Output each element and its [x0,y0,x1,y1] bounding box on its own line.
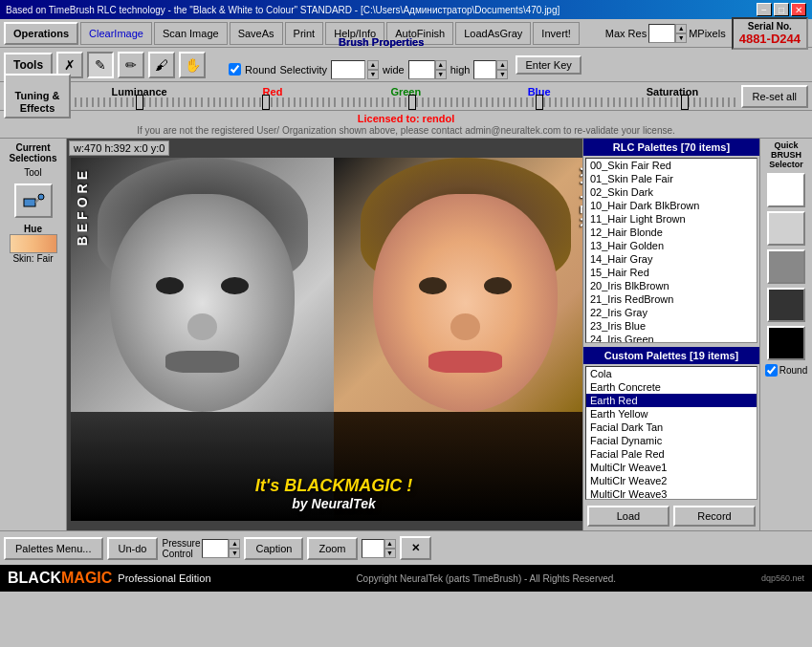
zoom-up[interactable]: ▲ [384,539,396,549]
custom-palette-list[interactable]: ColaEarth ConcreteEarth RedEarth YellowF… [585,366,757,500]
record-palette-button[interactable]: Record [673,506,756,527]
custom-list-item[interactable]: Facial Pale Red [586,447,757,461]
rlc-list-item[interactable]: 23_Iris Blue [586,319,757,333]
custom-palettes-header: Custom Palettes [19 items] [583,347,759,364]
sel-up[interactable]: ▲ [367,60,379,70]
custom-list-item[interactable]: Cola [586,367,757,380]
custom-list-item[interactable]: Facial Dark Tan [586,421,757,434]
saturation-slider[interactable] [607,97,736,107]
serial-number-box: Serial No. 4881-D244 [732,17,808,50]
round-checkbox[interactable] [229,63,241,75]
close-zoom-button[interactable]: ✕ [400,536,431,560]
high-down[interactable]: ▼ [496,70,508,79]
zoom-spinbox[interactable]: ii ▲ ▼ [362,539,396,558]
zoom-button[interactable]: Zoom [307,537,357,560]
title-bar-buttons: − □ ✕ [757,3,806,16]
brush-black[interactable] [767,326,805,360]
current-selections-label: Current Selections [9,142,56,163]
license-name: Licensed to: rendol [358,113,454,124]
tuning-effects-button[interactable]: Tuning & Effects [4,74,71,119]
brush-dark[interactable] [767,288,805,322]
rlc-list-item[interactable]: 22_Iris Gray [586,306,757,319]
zoom-value[interactable]: ii [362,539,384,558]
round-check-input[interactable] [765,364,778,377]
tool-brush[interactable]: ✏ [118,52,144,78]
logo-black-text: BLACK [8,570,61,587]
max-res-down[interactable]: ▼ [675,33,687,43]
luminance-slider[interactable] [75,97,204,107]
rlc-list-item[interactable]: 14_Hair Gray [586,252,757,266]
rlc-palette-list[interactable]: 00_Skin Fair Red01_Skin Pale Fair02_Skin… [585,158,757,343]
custom-list-item[interactable]: MultiClr Weave1 [586,461,757,474]
rlc-list-item[interactable]: 15_Hair Red [586,266,757,279]
operations-menu[interactable]: Operations [4,22,78,45]
pressure-down[interactable]: ▼ [229,549,240,558]
print-button[interactable]: Print [285,22,324,45]
rlc-list-item[interactable]: 20_Iris BlkBrown [586,279,757,292]
custom-list-item[interactable]: MultiClr Weave3 [586,487,757,500]
rlc-list-item[interactable]: 12_Hair Blonde [586,226,757,239]
canvas-image[interactable]: BEFORE AFTER It's BLACKMAGIC ! by Neural… [71,158,582,521]
round-toggle[interactable]: Round [765,364,807,377]
load-as-gray-button[interactable]: LoadAsGray [455,22,531,45]
rlc-list-item[interactable]: 21_Iris RedBrown [586,292,757,306]
wide-down[interactable]: ▼ [435,70,447,79]
minimize-button[interactable]: − [757,3,772,16]
luminance-slider-group: Luminance [75,86,204,107]
selectivity-value[interactable]: 255 [331,60,365,79]
pressure-up[interactable]: ▲ [229,539,240,549]
load-palette-button[interactable]: Load [587,506,669,527]
tool-active-swatch[interactable] [14,183,53,218]
custom-list-item[interactable]: Earth Yellow [586,407,757,421]
undo-button[interactable]: Un-do [107,537,159,560]
invert-button[interactable]: Invert! [533,22,580,45]
hue-swatch[interactable] [10,234,57,253]
red-slider[interactable] [208,97,337,107]
green-slider[interactable] [341,97,471,107]
tool-ink[interactable]: 🖌 [148,52,175,78]
max-res-up[interactable]: ▲ [675,24,687,33]
portrait-bw [71,158,334,521]
enter-key-button[interactable]: Enter Key [516,55,581,75]
palettes-menu-button[interactable]: Palettes Menu... [4,537,103,560]
max-res-unit: MPixels [689,28,726,39]
brush-props-title-overlay: Brush Properties [339,36,424,48]
wide-up[interactable]: ▲ [435,60,447,70]
wide-value[interactable]: 20 [408,60,435,79]
brush-gray[interactable] [767,249,805,284]
rlc-list-item[interactable]: 01_Skin Pale Fair [586,172,757,185]
high-value[interactable]: 10 [473,60,496,79]
custom-list-item[interactable]: Earth Red [586,394,757,407]
pressure-value[interactable]: 0 [202,539,229,558]
tool-hand[interactable]: ✋ [179,52,206,78]
rlc-list-item[interactable]: 10_Hair Dark BlkBrown [586,199,757,212]
tool-pencil[interactable]: ✎ [87,52,114,78]
save-as-button[interactable]: SaveAs [230,22,283,45]
high-up[interactable]: ▲ [496,60,508,70]
custom-list-item[interactable]: Facial Dynamic [586,434,757,447]
sel-down[interactable]: ▼ [367,70,379,79]
custom-list-item[interactable]: MultiClr Weave2 [586,474,757,487]
reset-all-button[interactable]: Re-set all [741,85,808,108]
max-res-input[interactable]: 27 [648,24,675,43]
brush-lightgray[interactable] [767,211,805,246]
caption-button[interactable]: Caption [244,537,303,560]
max-res-spinbox[interactable]: 27 ▲ ▼ [648,24,687,43]
maximize-button[interactable]: □ [774,3,789,16]
scan-image-button[interactable]: Scan Image [154,22,228,45]
blue-slider[interactable] [474,97,604,107]
rlc-list-item[interactable]: 13_Hair Golden [586,239,757,252]
serial-area: Max Res 27 ▲ ▼ MPixels Serial No. 4881-D… [605,17,808,50]
rlc-list-item[interactable]: 00_Skin Fair Red [586,159,757,172]
pressure-spinbox[interactable]: 0 ▲ ▼ [202,539,240,558]
custom-list-item[interactable]: Earth Concrete [586,380,757,394]
footer-edition: Professional Edition [118,572,210,584]
brush-white[interactable] [767,173,805,207]
clear-image-button[interactable]: ClearImage [80,22,152,45]
rlc-list-item[interactable]: 02_Skin Dark [586,185,757,199]
rlc-list-item[interactable]: 11_Hair Light Brown [586,212,757,226]
max-res-area: Max Res 27 ▲ ▼ MPixels [605,24,726,43]
close-button[interactable]: ✕ [791,3,806,16]
rlc-list-item[interactable]: 24_Iris Green [586,333,757,343]
zoom-down[interactable]: ▼ [384,549,396,558]
